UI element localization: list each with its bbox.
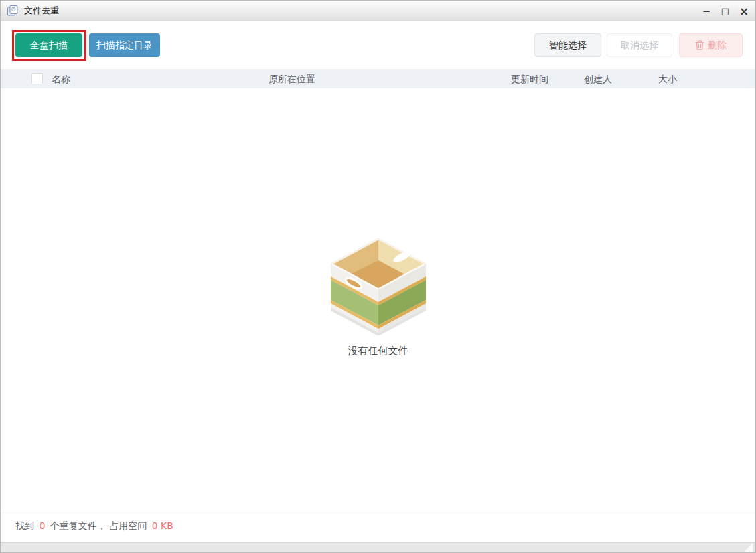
maximize-button[interactable]: □ bbox=[718, 4, 733, 19]
titlebar: 文件去重 − □ × bbox=[1, 1, 755, 21]
toolbar: 全盘扫描 扫描指定目录 智能选择 取消选择 删除 bbox=[1, 22, 755, 69]
smart-select-button[interactable]: 智能选择 bbox=[534, 33, 601, 57]
duplicate-count: 0 bbox=[37, 520, 47, 531]
status-found-suffix: 个重复文件， bbox=[50, 520, 106, 531]
resize-grip[interactable] bbox=[744, 543, 753, 552]
status-divider bbox=[1, 511, 755, 511]
window-title: 文件去重 bbox=[24, 5, 59, 17]
scan-directory-button[interactable]: 扫描指定目录 bbox=[89, 33, 160, 57]
column-header-updated: 更新时间 bbox=[511, 74, 548, 86]
scan-all-button[interactable]: 全盘扫描 bbox=[15, 33, 82, 57]
bottom-frame bbox=[1, 542, 755, 552]
cancel-select-button[interactable]: 取消选择 bbox=[607, 33, 672, 57]
trash-icon bbox=[695, 40, 704, 50]
delete-button[interactable]: 删除 bbox=[679, 33, 743, 57]
file-dedup-window: 文件去重 − □ × 全盘扫描 扫描指定目录 智能选择 取消选择 删除 名称 原… bbox=[0, 0, 756, 553]
empty-state: 没有任何文件 bbox=[1, 236, 755, 358]
space-used-value: 0 KB bbox=[150, 520, 173, 531]
minimize-button[interactable]: − bbox=[699, 4, 714, 19]
close-button[interactable]: × bbox=[737, 4, 751, 19]
table-header: 名称 原所在位置 更新时间 创建人 大小 bbox=[1, 69, 755, 88]
status-bar: 找到 0 个重复文件， 占用空间 0 KB bbox=[15, 520, 173, 532]
app-icon bbox=[6, 4, 19, 17]
column-header-name: 名称 bbox=[52, 74, 70, 86]
status-space-label: 占用空间 bbox=[109, 520, 147, 531]
empty-state-message: 没有任何文件 bbox=[348, 345, 408, 358]
select-all-checkbox[interactable] bbox=[31, 73, 43, 84]
column-header-size: 大小 bbox=[658, 74, 677, 86]
status-found-prefix: 找到 bbox=[15, 520, 34, 531]
column-header-creator: 创建人 bbox=[584, 74, 612, 86]
window-controls: − □ × bbox=[699, 1, 751, 21]
column-header-location: 原所在位置 bbox=[269, 74, 315, 86]
delete-button-label: 删除 bbox=[708, 40, 727, 52]
empty-box-illustration bbox=[328, 236, 429, 335]
